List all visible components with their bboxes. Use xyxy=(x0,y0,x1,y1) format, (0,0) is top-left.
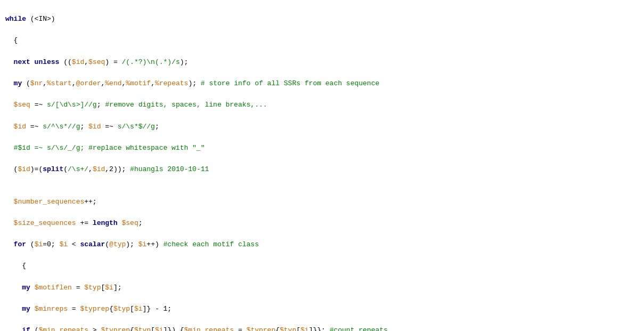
line-2: { xyxy=(4,35,640,46)
code-editor: while (<IN>) { next unless (($id,$seq) =… xyxy=(0,2,644,331)
line-4: my ($nr,%start,@order,%end,%motif,%repea… xyxy=(4,78,640,89)
line-8: ($id)=(split(/\s+/,$id,2)); #huangls 201… xyxy=(4,164,640,175)
line-10: $number_sequences++; xyxy=(4,197,640,207)
line-13: { xyxy=(4,261,640,271)
line-12: for ($i=0; $i < scalar(@typ); $i++) #che… xyxy=(4,239,640,250)
line-6: $id =~ s/^\s*//g; $id =~ s/\s*$//g; xyxy=(4,122,640,132)
line-11: $size_sequences += length $seq; xyxy=(4,218,640,229)
line-1: while (<IN>) xyxy=(4,14,640,25)
line-3: next unless (($id,$seq) = /(.*?)\n(.*)/s… xyxy=(4,57,640,68)
line-5: $seq =~ s/[\d\s>]//g; #remove digits, sp… xyxy=(4,100,640,110)
line-15: my $minreps = $typrep{$typ[$i]} - 1; xyxy=(4,304,640,314)
line-7: #$id =~ s/\s/_/g; #replace whitespace wi… xyxy=(4,143,640,154)
line-14: my $motiflen = $typ[$i]; xyxy=(4,282,640,293)
line-16: if ($min_repeats > $typrep{$typ[$i]}) {$… xyxy=(4,325,640,331)
